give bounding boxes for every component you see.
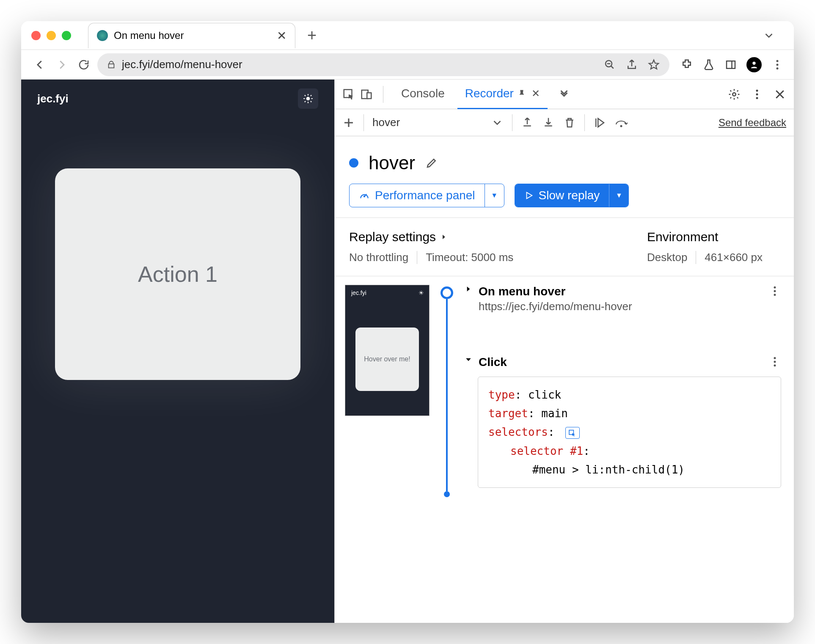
import-icon[interactable] [542,116,555,129]
address-bar: jec.fyi/demo/menu-hover [21,50,794,80]
gear-icon[interactable] [728,88,741,101]
svg-point-6 [306,97,310,101]
continue-icon[interactable] [593,116,606,129]
step-over-icon[interactable] [614,116,631,129]
svg-point-21 [774,364,776,366]
person-icon [749,60,759,69]
devtools-tabbar: Console Recorder ✕ [335,80,794,109]
step-navigate[interactable]: On menu hover https://jec.fyi/demo/menu-… [464,285,781,313]
delete-icon[interactable] [563,116,576,129]
svg-point-14 [620,125,622,127]
step-click[interactable]: Click type: click target: main selectors… [464,355,781,488]
env-size: 461×660 px [705,251,763,264]
tab-console[interactable]: Console [394,80,452,109]
svg-point-5 [776,67,779,69]
forward-button[interactable] [53,56,70,73]
action-card[interactable]: Action 1 [55,168,300,380]
labs-icon[interactable] [702,58,715,71]
svg-point-18 [774,294,776,296]
svg-point-13 [756,97,758,99]
rendered-page: jec.fyi Action 1 [21,80,334,623]
arrow-right-icon [55,58,68,71]
svg-point-20 [774,361,776,363]
select-element-icon [568,429,577,436]
svg-point-2 [752,61,755,64]
send-feedback-link[interactable]: Send feedback [719,117,786,129]
recording-header: hover [335,136,794,184]
minimize-window-button[interactable] [47,31,56,40]
panel-icon[interactable] [724,58,737,71]
content-area: jec.fyi Action 1 Console Recorder ✕ [21,80,794,623]
arrow-left-icon [33,58,46,71]
chevron-down-icon [763,29,775,42]
recording-status-dot [349,158,358,168]
recording-actions: Performance panel ▼ Slow replay ▼ [335,184,794,217]
card-text: Action 1 [138,261,218,287]
edit-pencil-icon[interactable] [425,157,438,169]
svg-point-4 [776,63,779,66]
slow-replay-button[interactable]: Slow replay ▼ [515,184,629,207]
favicon-icon [97,30,108,41]
play-icon [524,191,534,200]
tab-close-icon[interactable]: ✕ [531,88,540,99]
thumb-sun-icon: ☀ [419,289,424,296]
page-brand[interactable]: jec.fyi [37,92,69,105]
svg-point-11 [756,89,758,91]
svg-point-19 [774,357,776,359]
step-timeline [437,285,457,497]
bookmark-star-icon[interactable] [647,58,660,71]
kebab-icon[interactable] [751,88,763,101]
recording-name: hover [372,116,482,129]
tab-close-button[interactable]: ✕ [277,29,286,43]
recording-dropdown-icon[interactable] [491,116,504,129]
kebab-menu-icon[interactable] [771,58,784,71]
close-window-button[interactable] [31,31,41,40]
url-text: jec.fyi/demo/menu-hover [122,58,242,71]
svg-point-12 [756,93,758,95]
replay-settings-heading[interactable]: Replay settings [349,230,513,244]
back-button[interactable] [31,56,48,73]
gauge-icon [359,190,370,201]
inspect-icon[interactable] [342,88,355,101]
more-tabs-icon[interactable] [558,88,570,101]
extensions-icon[interactable] [680,58,693,71]
step-list: On menu hover https://jec.fyi/demo/menu-… [464,285,794,497]
svg-rect-1 [727,61,735,69]
pin-icon [517,89,526,98]
maximize-window-button[interactable] [62,31,71,40]
reload-button[interactable] [75,56,92,73]
timeout-value: Timeout: 5000 ms [426,251,513,264]
recorder-toolbar: hover Send feedback [335,109,794,136]
timeline-step-dot [444,491,450,497]
close-devtools-icon[interactable] [774,88,786,101]
throttling-value: No throttling [349,251,408,264]
selector-picker-button[interactable] [565,427,580,439]
tab-recorder[interactable]: Recorder ✕ [457,80,548,109]
step-menu-icon[interactable] [768,285,781,297]
theme-toggle-button[interactable] [298,88,318,109]
omnibox-actions [603,58,660,71]
new-tab-button[interactable]: + [307,26,317,44]
step-menu-icon[interactable] [768,355,781,368]
zoom-out-icon[interactable] [603,58,616,71]
svg-rect-9 [367,93,371,99]
window-controls [31,31,71,40]
url-bar[interactable]: jec.fyi/demo/menu-hover [97,53,669,76]
device-toggle-icon[interactable] [360,88,373,101]
share-icon[interactable] [625,58,638,71]
replay-dropdown[interactable]: ▼ [609,184,628,207]
profile-avatar[interactable] [746,57,762,72]
recording-title: hover [369,152,415,173]
export-icon[interactable] [521,116,534,129]
tab-title: On menu hover [114,30,184,41]
env-type: Desktop [647,251,687,264]
browser-tab[interactable]: On menu hover ✕ [88,23,295,48]
caret-right-icon [464,285,473,293]
tab-list-button[interactable] [763,29,775,42]
devtools-panel: Console Recorder ✕ hover [334,80,794,623]
performance-panel-button[interactable]: Performance panel ▼ [349,184,504,207]
add-recording-icon[interactable] [342,116,355,129]
perf-dropdown[interactable]: ▼ [485,184,504,207]
chevron-right-icon [440,233,448,241]
page-thumbnail[interactable]: jec.fyi ☀ Hover over me! [345,285,430,416]
